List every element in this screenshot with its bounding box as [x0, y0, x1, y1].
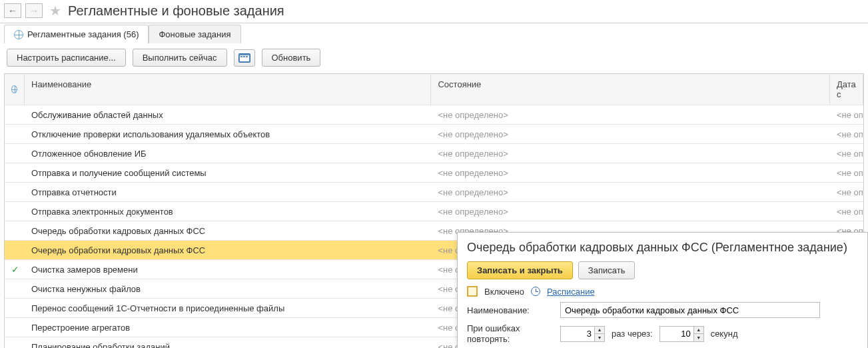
globe-icon: [11, 85, 17, 93]
name-cell: Очистка замеров времени: [25, 265, 432, 275]
table-header: Наименование Состояние Дата с: [5, 74, 863, 105]
enabled-row: Включено Расписание: [467, 286, 858, 297]
state-cell: <не определено>: [431, 187, 830, 197]
seconds-label: секунд: [711, 329, 738, 339]
retry-label: При ошибках повторять:: [467, 323, 554, 344]
name-cell: Перенос сообщений 1С-Отчетности в присое…: [25, 303, 432, 313]
spinner-down-icon[interactable]: ▼: [694, 334, 703, 341]
name-cell: Перестроение агрегатов: [25, 323, 432, 333]
table-row[interactable]: Обслуживание областей данных<не определе…: [5, 105, 863, 124]
edit-panel: Очередь обработки кадровых данных ФСС (Р…: [457, 232, 868, 348]
name-label: Наименование:: [467, 305, 554, 315]
name-cell: Обслуживание областей данных: [25, 110, 432, 120]
star-icon[interactable]: ★: [49, 3, 61, 19]
date-cell: <не оп: [830, 187, 863, 197]
name-cell: Отложенное обновление ИБ: [25, 149, 432, 159]
tabs: Регламентные задания (56) Фоновые задани…: [0, 23, 868, 43]
nav-forward-button[interactable]: →: [25, 3, 43, 18]
run-now-button[interactable]: Выполнить сейчас: [133, 49, 227, 67]
column-status[interactable]: [5, 74, 25, 105]
tab-scheduled[interactable]: Регламентные задания (56): [4, 25, 149, 43]
name-cell: Отправка отчетности: [25, 187, 432, 197]
retry-count-spinner[interactable]: ▲▼: [560, 326, 605, 342]
save-close-button[interactable]: Записать и закрыть: [467, 261, 573, 279]
name-cell: Отключение проверки использования удаляе…: [25, 129, 432, 139]
state-cell: <не определено>: [431, 168, 830, 178]
globe-icon: [14, 30, 23, 39]
refresh-button[interactable]: Обновить: [262, 49, 321, 67]
retry-row: При ошибках повторять: ▲▼ раз через: ▲▼ …: [467, 323, 858, 344]
column-state[interactable]: Состояние: [431, 74, 830, 105]
state-cell: <не определено>: [431, 110, 830, 120]
panel-toolbar: Записать и закрыть Записать: [467, 261, 858, 279]
status-cell: ✓: [5, 264, 25, 275]
name-row: Наименование:: [467, 302, 858, 318]
spinner-up-icon[interactable]: ▲: [694, 327, 703, 334]
svg-rect-3: [243, 56, 245, 57]
nav-back-button[interactable]: ←: [4, 3, 21, 18]
name-cell: Отправка и получение сообщений системы: [25, 168, 432, 178]
retry-delay-spinner[interactable]: ▲▼: [659, 326, 704, 342]
tab-background[interactable]: Фоновые задания: [149, 25, 240, 43]
table-row[interactable]: Отключение проверки использования удаляе…: [5, 124, 863, 143]
svg-rect-2: [240, 56, 242, 57]
retry-delay-input[interactable]: [659, 326, 694, 342]
save-button[interactable]: Записать: [578, 261, 636, 279]
name-cell: Очередь обработки кадровых данных ФСС: [25, 245, 432, 255]
calendar-icon: [238, 53, 250, 63]
topbar: ← → ★ Регламентные и фоновые задания: [0, 0, 868, 23]
spinner-up-icon[interactable]: ▲: [595, 327, 604, 334]
name-input[interactable]: [560, 302, 820, 318]
table-row[interactable]: Отправка электронных документов<не опред…: [5, 201, 863, 221]
name-cell: Очередь обработки кадровых данных ФСС: [25, 226, 432, 236]
column-date[interactable]: Дата с: [830, 74, 863, 105]
enabled-checkbox[interactable]: [467, 286, 478, 297]
name-cell: Отправка электронных документов: [25, 207, 432, 217]
clock-icon: [531, 287, 540, 296]
table-row[interactable]: Отправка и получение сообщений системы<н…: [5, 163, 863, 182]
date-cell: <не оп: [830, 168, 863, 178]
calendar-icon-button[interactable]: [234, 49, 255, 67]
page-title: Регламентные и фоновые задания: [68, 3, 284, 19]
panel-title: Очередь обработки кадровых данных ФСС (Р…: [467, 241, 858, 255]
tab-label: Регламентные задания (56): [27, 29, 139, 39]
date-cell: <не оп: [830, 207, 863, 217]
times-after-label: раз через:: [612, 329, 653, 339]
tab-label: Фоновые задания: [159, 29, 230, 39]
state-cell: <не определено>: [431, 129, 830, 139]
schedule-link[interactable]: Расписание: [547, 287, 595, 297]
column-name[interactable]: Наименование: [25, 74, 431, 105]
date-cell: <не оп: [830, 129, 863, 139]
state-cell: <не определено>: [431, 149, 830, 159]
table-row[interactable]: Отложенное обновление ИБ<не определено><…: [5, 143, 863, 163]
state-cell: <не определено>: [431, 207, 830, 217]
date-cell: <не оп: [830, 149, 863, 159]
toolbar: Настроить расписание... Выполнить сейчас…: [0, 43, 868, 73]
spinner-down-icon[interactable]: ▼: [595, 334, 604, 341]
name-cell: Очистка ненужных файлов: [25, 284, 432, 294]
configure-schedule-button[interactable]: Настроить расписание...: [7, 49, 126, 67]
table-row[interactable]: Отправка отчетности<не определено><не оп: [5, 182, 863, 201]
enabled-label: Включено: [484, 287, 524, 297]
retry-count-input[interactable]: [560, 326, 595, 342]
name-cell: Планирование обработки заданий: [25, 342, 432, 349]
date-cell: <не оп: [830, 110, 863, 120]
svg-rect-4: [246, 56, 248, 57]
check-icon: ✓: [11, 264, 19, 275]
